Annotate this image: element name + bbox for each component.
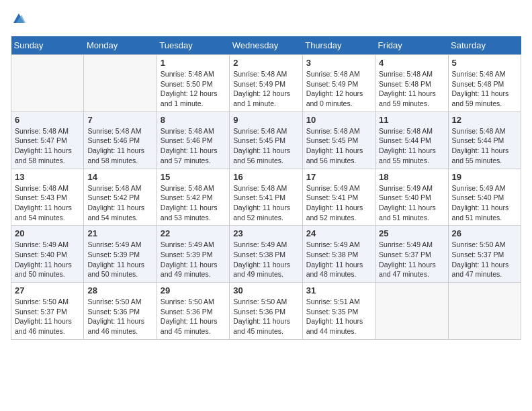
calendar-cell: 23Sunrise: 5:49 AM Sunset: 5:38 PM Dayli… (230, 226, 302, 283)
day-info: Sunrise: 5:48 AM Sunset: 5:49 PM Dayligh… (233, 69, 298, 109)
calendar-cell: 26Sunrise: 5:50 AM Sunset: 5:37 PM Dayli… (448, 226, 521, 283)
calendar-cell (375, 283, 448, 340)
logo-icon (12, 12, 26, 24)
day-info: Sunrise: 5:48 AM Sunset: 5:46 PM Dayligh… (161, 126, 226, 166)
calendar-week-row: 6Sunrise: 5:48 AM Sunset: 5:47 PM Daylig… (11, 111, 521, 169)
calendar-week-row: 1Sunrise: 5:48 AM Sunset: 5:50 PM Daylig… (11, 55, 521, 112)
calendar-cell: 29Sunrise: 5:50 AM Sunset: 5:36 PM Dayli… (157, 283, 229, 340)
day-info: Sunrise: 5:49 AM Sunset: 5:41 PM Dayligh… (306, 183, 371, 223)
calendar-cell: 27Sunrise: 5:50 AM Sunset: 5:37 PM Dayli… (11, 283, 84, 340)
page-header (11, 11, 521, 28)
calendar-cell: 25Sunrise: 5:49 AM Sunset: 5:37 PM Dayli… (375, 226, 448, 283)
calendar-header-row: Sunday Monday Tuesday Wednesday Thursday… (11, 36, 521, 55)
logo (11, 11, 26, 28)
day-info: Sunrise: 5:48 AM Sunset: 5:45 PM Dayligh… (306, 126, 371, 166)
day-info: Sunrise: 5:50 AM Sunset: 5:37 PM Dayligh… (15, 297, 80, 336)
col-wednesday: Wednesday (230, 36, 302, 55)
day-info: Sunrise: 5:50 AM Sunset: 5:36 PM Dayligh… (161, 297, 226, 336)
calendar-cell: 3Sunrise: 5:48 AM Sunset: 5:49 PM Daylig… (302, 55, 375, 112)
day-info: Sunrise: 5:49 AM Sunset: 5:37 PM Dayligh… (379, 240, 444, 279)
day-info: Sunrise: 5:50 AM Sunset: 5:37 PM Dayligh… (452, 240, 517, 279)
day-info: Sunrise: 5:48 AM Sunset: 5:46 PM Dayligh… (87, 126, 152, 166)
calendar-cell: 17Sunrise: 5:49 AM Sunset: 5:41 PM Dayli… (302, 169, 375, 226)
day-number: 11 (379, 115, 444, 125)
day-number: 16 (233, 172, 298, 182)
calendar-cell: 15Sunrise: 5:48 AM Sunset: 5:42 PM Dayli… (157, 169, 229, 226)
col-thursday: Thursday (302, 36, 375, 55)
day-info: Sunrise: 5:48 AM Sunset: 5:49 PM Dayligh… (306, 69, 371, 109)
calendar-cell: 31Sunrise: 5:51 AM Sunset: 5:35 PM Dayli… (302, 283, 375, 340)
calendar-cell: 18Sunrise: 5:49 AM Sunset: 5:40 PM Dayli… (375, 169, 448, 226)
calendar-week-row: 20Sunrise: 5:49 AM Sunset: 5:40 PM Dayli… (11, 226, 521, 283)
day-info: Sunrise: 5:48 AM Sunset: 5:44 PM Dayligh… (379, 126, 444, 166)
day-info: Sunrise: 5:49 AM Sunset: 5:38 PM Dayligh… (233, 240, 298, 279)
day-number: 30 (233, 285, 298, 295)
day-info: Sunrise: 5:48 AM Sunset: 5:42 PM Dayligh… (87, 183, 152, 223)
day-info: Sunrise: 5:48 AM Sunset: 5:50 PM Dayligh… (161, 69, 226, 109)
day-info: Sunrise: 5:48 AM Sunset: 5:47 PM Dayligh… (15, 126, 80, 166)
day-number: 12 (452, 115, 517, 125)
day-info: Sunrise: 5:49 AM Sunset: 5:38 PM Dayligh… (306, 240, 371, 279)
day-number: 18 (379, 172, 444, 182)
day-info: Sunrise: 5:48 AM Sunset: 5:44 PM Dayligh… (452, 126, 517, 166)
day-info: Sunrise: 5:49 AM Sunset: 5:40 PM Dayligh… (15, 240, 80, 279)
day-number: 31 (306, 285, 371, 295)
calendar-cell: 24Sunrise: 5:49 AM Sunset: 5:38 PM Dayli… (302, 226, 375, 283)
day-number: 14 (87, 172, 152, 182)
calendar-cell: 1Sunrise: 5:48 AM Sunset: 5:50 PM Daylig… (157, 55, 229, 112)
day-info: Sunrise: 5:48 AM Sunset: 5:43 PM Dayligh… (15, 183, 80, 223)
calendar-cell: 5Sunrise: 5:48 AM Sunset: 5:48 PM Daylig… (448, 55, 521, 112)
day-info: Sunrise: 5:48 AM Sunset: 5:42 PM Dayligh… (161, 183, 226, 223)
day-number: 9 (233, 115, 298, 125)
day-info: Sunrise: 5:48 AM Sunset: 5:48 PM Dayligh… (379, 69, 444, 109)
calendar-cell: 19Sunrise: 5:49 AM Sunset: 5:40 PM Dayli… (448, 169, 521, 226)
calendar-cell: 11Sunrise: 5:48 AM Sunset: 5:44 PM Dayli… (375, 111, 448, 169)
calendar-cell: 8Sunrise: 5:48 AM Sunset: 5:46 PM Daylig… (157, 111, 229, 169)
day-number: 19 (452, 172, 517, 182)
calendar-cell: 4Sunrise: 5:48 AM Sunset: 5:48 PM Daylig… (375, 55, 448, 112)
day-number: 13 (15, 172, 80, 182)
col-monday: Monday (84, 36, 157, 55)
calendar-cell: 7Sunrise: 5:48 AM Sunset: 5:46 PM Daylig… (84, 111, 157, 169)
day-number: 1 (161, 58, 226, 68)
calendar-cell: 12Sunrise: 5:48 AM Sunset: 5:44 PM Dayli… (448, 111, 521, 169)
day-number: 8 (161, 115, 226, 125)
day-number: 26 (452, 228, 517, 238)
day-number: 7 (87, 115, 152, 125)
calendar-cell: 10Sunrise: 5:48 AM Sunset: 5:45 PM Dayli… (302, 111, 375, 169)
day-number: 29 (161, 285, 226, 295)
day-number: 24 (306, 228, 371, 238)
calendar-cell: 22Sunrise: 5:49 AM Sunset: 5:39 PM Dayli… (157, 226, 229, 283)
calendar-cell: 20Sunrise: 5:49 AM Sunset: 5:40 PM Dayli… (11, 226, 84, 283)
calendar-cell (448, 283, 521, 340)
day-number: 4 (379, 58, 444, 68)
day-number: 22 (161, 228, 226, 238)
calendar-cell: 9Sunrise: 5:48 AM Sunset: 5:45 PM Daylig… (230, 111, 302, 169)
calendar-cell: 21Sunrise: 5:49 AM Sunset: 5:39 PM Dayli… (84, 226, 157, 283)
calendar-cell: 16Sunrise: 5:48 AM Sunset: 5:41 PM Dayli… (230, 169, 302, 226)
day-number: 17 (306, 172, 371, 182)
calendar-cell: 6Sunrise: 5:48 AM Sunset: 5:47 PM Daylig… (11, 111, 84, 169)
calendar-cell (84, 55, 157, 112)
calendar-cell: 28Sunrise: 5:50 AM Sunset: 5:36 PM Dayli… (84, 283, 157, 340)
day-info: Sunrise: 5:49 AM Sunset: 5:40 PM Dayligh… (379, 183, 444, 223)
calendar-cell: 30Sunrise: 5:50 AM Sunset: 5:36 PM Dayli… (230, 283, 302, 340)
day-number: 27 (15, 285, 80, 295)
calendar-cell (11, 55, 84, 112)
day-number: 23 (233, 228, 298, 238)
day-number: 6 (15, 115, 80, 125)
day-number: 5 (452, 58, 517, 68)
col-friday: Friday (375, 36, 448, 55)
calendar-cell: 14Sunrise: 5:48 AM Sunset: 5:42 PM Dayli… (84, 169, 157, 226)
col-sunday: Sunday (11, 36, 84, 55)
day-number: 10 (306, 115, 371, 125)
day-number: 3 (306, 58, 371, 68)
day-info: Sunrise: 5:48 AM Sunset: 5:48 PM Dayligh… (452, 69, 517, 109)
day-number: 28 (87, 285, 152, 295)
day-number: 2 (233, 58, 298, 68)
calendar-week-row: 27Sunrise: 5:50 AM Sunset: 5:37 PM Dayli… (11, 283, 521, 340)
day-info: Sunrise: 5:48 AM Sunset: 5:41 PM Dayligh… (233, 183, 298, 223)
col-saturday: Saturday (448, 36, 521, 55)
calendar-cell: 2Sunrise: 5:48 AM Sunset: 5:49 PM Daylig… (230, 55, 302, 112)
day-number: 20 (15, 228, 80, 238)
